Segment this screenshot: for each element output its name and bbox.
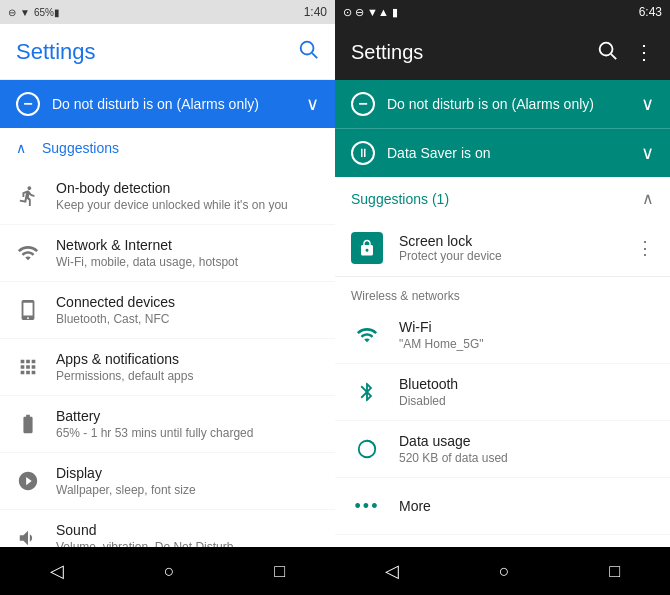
left-suggestions-header[interactable]: ∧ Suggestions: [0, 128, 335, 168]
setting-wifi[interactable]: Wi-Fi "AM Home_5G": [335, 307, 670, 364]
svg-line-1: [312, 53, 317, 58]
left-recent-button[interactable]: □: [266, 553, 293, 590]
data-usage-icon: [351, 433, 383, 465]
screen-lock-subtitle: Protect your device: [399, 249, 620, 263]
display-subtitle: Wallpaper, sleep, font size: [56, 483, 319, 497]
datasaver-chevron: ∨: [641, 142, 654, 164]
more-title: More: [399, 498, 654, 514]
setting-display[interactable]: Display Wallpaper, sleep, font size: [0, 453, 335, 510]
apps-title: Apps & notifications: [56, 351, 319, 367]
bluetooth-subtitle: Disabled: [399, 394, 654, 408]
on-body-icon: [16, 184, 40, 208]
battery-title: Battery: [56, 408, 319, 424]
bluetooth-icon: [351, 376, 383, 408]
wifi-icon: [351, 319, 383, 351]
left-home-button[interactable]: ○: [156, 553, 183, 590]
sound-text: Sound Volume, vibration, Do Not Disturb: [56, 522, 319, 547]
left-status-icons: ⊖ ▼ 65%▮: [8, 7, 60, 18]
right-search-icon[interactable]: [596, 39, 618, 66]
connected-devices-title: Connected devices: [56, 294, 319, 310]
right-battery-icon: ▮: [392, 6, 398, 19]
left-header: Settings: [0, 24, 335, 80]
on-body-title: On-body detection: [56, 180, 319, 196]
bluetooth-text: Bluetooth Disabled: [399, 376, 654, 408]
status-bar-right: ⊙ ⊖ ▼▲ ▮ 6:43: [335, 0, 670, 24]
display-icon: [16, 469, 40, 493]
bluetooth-title: Bluetooth: [399, 376, 654, 392]
on-body-subtitle: Keep your device unlocked while it's on …: [56, 198, 319, 212]
right-dnd-minus-icon: −: [351, 92, 375, 116]
left-dnd-chevron: ∨: [306, 93, 319, 115]
right-header-icons: ⋮: [596, 39, 654, 66]
datasaver-pause-icon: ⏸: [351, 141, 375, 165]
right-settings-list: Wi-Fi "AM Home_5G" Bluetooth Disabled: [335, 307, 670, 535]
left-suggestions-chevron-icon: ∧: [16, 140, 26, 156]
screen-lock-text: Screen lock Protect your device: [399, 233, 620, 263]
connected-devices-text: Connected devices Bluetooth, Cast, NFC: [56, 294, 319, 326]
on-body-text: On-body detection Keep your device unloc…: [56, 180, 319, 212]
right-back-button[interactable]: ◁: [377, 552, 407, 590]
network-icon: [16, 241, 40, 265]
setting-connected-devices[interactable]: Connected devices Bluetooth, Cast, NFC: [0, 282, 335, 339]
right-title: Settings: [351, 41, 596, 64]
alarm-icon: ⊙: [343, 6, 352, 19]
left-nav-bar: ◁ ○ □: [0, 547, 335, 595]
apps-subtitle: Permissions, default apps: [56, 369, 319, 383]
battery-setting-icon: [16, 412, 40, 436]
left-dnd-banner[interactable]: − Do not disturb is on (Alarms only) ∨: [0, 80, 335, 128]
wifi-signal-icon: ▼: [20, 7, 30, 18]
battery-text: Battery 65% - 1 hr 53 mins until fully c…: [56, 408, 319, 440]
right-suggestions-section: Suggestions (1) ∧ Screen lock Protect yo…: [335, 177, 670, 277]
left-back-button[interactable]: ◁: [42, 552, 72, 590]
datasaver-text: Data Saver is on: [387, 145, 629, 161]
right-dnd-banner[interactable]: − Do not disturb is on (Alarms only) ∨: [335, 80, 670, 128]
left-dnd-icon: −: [16, 92, 40, 116]
setting-bluetooth[interactable]: Bluetooth Disabled: [335, 364, 670, 421]
screen-lock-icon: [351, 232, 383, 264]
network-title: Network & Internet: [56, 237, 319, 253]
screen-lock-suggestion[interactable]: Screen lock Protect your device ⋮: [335, 220, 670, 277]
right-nav-bar: ◁ ○ □: [335, 547, 670, 595]
left-dnd-text: Do not disturb is on (Alarms only): [52, 96, 294, 112]
right-recent-button[interactable]: □: [601, 553, 628, 590]
sound-subtitle: Volume, vibration, Do Not Disturb: [56, 540, 319, 547]
left-settings-list: On-body detection Keep your device unloc…: [0, 168, 335, 547]
setting-sound[interactable]: Sound Volume, vibration, Do Not Disturb: [0, 510, 335, 547]
setting-on-body-detection[interactable]: On-body detection Keep your device unloc…: [0, 168, 335, 225]
left-suggestions-label: Suggestions: [42, 140, 119, 156]
right-more-icon[interactable]: ⋮: [634, 40, 654, 64]
setting-network[interactable]: Network & Internet Wi-Fi, mobile, data u…: [0, 225, 335, 282]
screen-lock-more-icon[interactable]: ⋮: [636, 237, 654, 259]
apps-icon: [16, 355, 40, 379]
right-suggestions-header[interactable]: Suggestions (1) ∧: [335, 177, 670, 220]
connected-devices-subtitle: Bluetooth, Cast, NFC: [56, 312, 319, 326]
connected-devices-icon: [16, 298, 40, 322]
more-dots-icon: •••: [351, 490, 383, 522]
left-title: Settings: [16, 39, 297, 65]
data-usage-title: Data usage: [399, 433, 654, 449]
wifi-text: Wi-Fi "AM Home_5G": [399, 319, 654, 351]
right-time: 6:43: [639, 5, 662, 19]
battery-icon: 65%▮: [34, 7, 60, 18]
setting-data-usage[interactable]: Data usage 520 KB of data used: [335, 421, 670, 478]
setting-battery[interactable]: Battery 65% - 1 hr 53 mins until fully c…: [0, 396, 335, 453]
wifi-title: Wi-Fi: [399, 319, 654, 335]
wireless-section-label: Wireless & networks: [335, 277, 670, 307]
setting-apps[interactable]: Apps & notifications Permissions, defaul…: [0, 339, 335, 396]
right-header: Settings ⋮: [335, 24, 670, 80]
left-search-icon[interactable]: [297, 38, 319, 65]
datasaver-banner[interactable]: ⏸ Data Saver is on ∨: [335, 128, 670, 177]
svg-point-0: [301, 42, 314, 55]
more-text: More: [399, 498, 654, 514]
right-dnd-icon: ⊖: [355, 6, 364, 19]
right-signal-icon: ▼▲: [367, 6, 389, 18]
right-dnd-chevron: ∨: [641, 93, 654, 115]
svg-point-2: [600, 42, 613, 55]
sound-icon: [16, 526, 40, 547]
data-usage-text: Data usage 520 KB of data used: [399, 433, 654, 465]
network-subtitle: Wi-Fi, mobile, data usage, hotspot: [56, 255, 319, 269]
battery-subtitle: 65% - 1 hr 53 mins until fully charged: [56, 426, 319, 440]
data-usage-subtitle: 520 KB of data used: [399, 451, 654, 465]
setting-more[interactable]: ••• More: [335, 478, 670, 535]
right-home-button[interactable]: ○: [491, 553, 518, 590]
